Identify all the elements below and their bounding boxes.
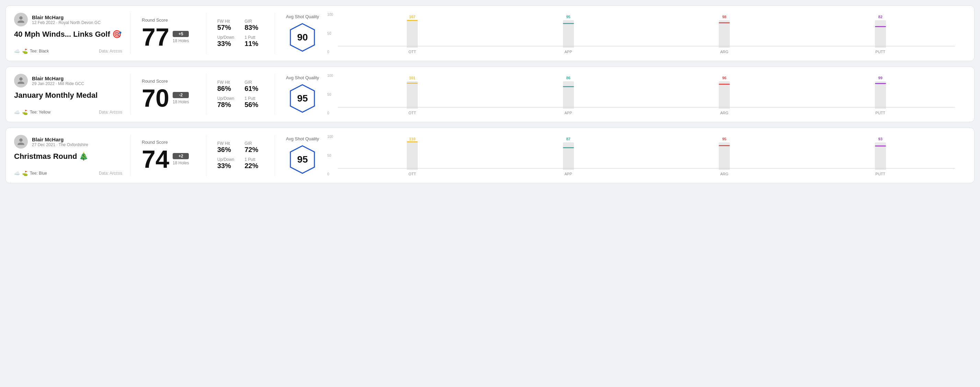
user-icon — [17, 76, 25, 85]
stats-section: FW Hit 36% GIR 72% Up/Down 33% 1 Putt 22… — [206, 135, 275, 176]
fw-hit-value: 86% — [217, 85, 237, 93]
tee-color: Tee: Black — [30, 49, 49, 54]
tee-row: ☁️ ⛳ Tee: Yellow Data: Arccos — [14, 105, 122, 115]
gir-value: 83% — [245, 24, 264, 32]
quality-label: Avg Shot Quality — [286, 14, 319, 19]
stats-grid: FW Hit 86% GIR 61% Up/Down 78% 1 Putt 56… — [217, 80, 264, 109]
bar-axis-label: PUTT — [875, 50, 885, 54]
bar-value-putt: 99 — [878, 76, 883, 80]
holes-label: 18 Holes — [173, 100, 189, 104]
bar-fill-bg — [719, 85, 730, 109]
left-section: Blair McHarg 27 Dec 2021 · The Oxfordshi… — [14, 135, 131, 176]
score-section: Round Score 77 +5 18 Holes — [131, 13, 206, 54]
hexagon-score: 95 — [297, 154, 308, 165]
one-putt-label: 1 Putt — [245, 96, 264, 101]
updown-stat: Up/Down 33% — [217, 35, 237, 48]
user-info: Blair McHarg 29 Jan 2022 · Mill Ride GCC — [14, 74, 122, 87]
stats-section: FW Hit 86% GIR 61% Up/Down 78% 1 Putt 56… — [206, 74, 275, 115]
score-section: Round Score 70 -2 18 Holes — [131, 74, 206, 115]
user-info: Blair McHarg 27 Dec 2021 · The Oxfordshi… — [14, 135, 122, 149]
holes-label: 18 Holes — [173, 160, 189, 165]
tee-color: Tee: Blue — [30, 171, 47, 176]
hexagon-container: 95 — [286, 144, 319, 175]
user-name: Blair McHarg — [32, 136, 88, 143]
fw-hit-stat: FW Hit 86% — [217, 80, 237, 93]
bar-value-ott: 101 — [409, 76, 415, 80]
tee-icon: ⛳ — [22, 171, 28, 176]
tee-color: Tee: Yellow — [30, 110, 51, 114]
chart-axis — [338, 168, 955, 168]
avatar — [14, 13, 28, 26]
bar-wrapper — [407, 20, 418, 48]
user-date: 29 Jan 2022 · Mill Ride GCC — [32, 81, 84, 86]
tee-row: ☁️ ⛳ Tee: Black Data: Arccos — [14, 44, 122, 54]
bar-fill-bg — [719, 146, 730, 170]
bar-wrapper — [719, 143, 730, 170]
user-icon — [17, 138, 25, 146]
bar-group-arg: 98 ARG — [650, 15, 799, 54]
score-badge: +5 — [173, 31, 189, 37]
bar-marker — [719, 22, 730, 23]
fw-hit-label: FW Hit — [217, 80, 237, 85]
bar-value-arg: 96 — [722, 76, 726, 80]
bar-fill-bg — [719, 23, 730, 48]
data-source: Data: Arccos — [99, 49, 122, 54]
round-score-label: Round Score — [142, 140, 195, 145]
bar-fill-bg — [407, 143, 418, 170]
round-score-label: Round Score — [142, 17, 195, 23]
updown-stat: Up/Down 78% — [217, 96, 237, 109]
fw-hit-value: 36% — [217, 146, 237, 154]
bar-axis-label: OTT — [409, 50, 416, 54]
bar-wrapper — [875, 143, 886, 170]
hexagon: 95 — [287, 83, 318, 114]
fw-hit-stat: FW Hit 57% — [217, 19, 237, 32]
quality-section: Avg Shot Quality 95 100 50 0 101 — [275, 74, 966, 115]
bar-axis-label: ARG — [720, 172, 729, 176]
score-number: 70 — [142, 86, 169, 111]
bar-value-arg: 95 — [722, 137, 726, 141]
avatar — [14, 74, 28, 87]
bar-group-app: 95 APP — [493, 15, 643, 54]
score-badge: +2 — [173, 153, 189, 159]
one-putt-stat: 1 Putt 56% — [245, 96, 264, 109]
user-name: Blair McHarg — [32, 76, 84, 81]
bar-wrapper — [407, 81, 418, 109]
round-card-1: Blair McHarg 12 Feb 2022 · Royal North D… — [5, 5, 975, 61]
tee-info: ☁️ ⛳ Tee: Black — [14, 48, 49, 54]
bar-wrapper — [407, 143, 418, 170]
bar-value-putt: 82 — [878, 15, 883, 19]
bar-value-app: 95 — [566, 15, 570, 19]
user-info: Blair McHarg 12 Feb 2022 · Royal North D… — [14, 13, 122, 26]
bar-wrapper — [875, 81, 886, 109]
bar-value-arg: 98 — [722, 15, 726, 19]
fw-hit-label: FW Hit — [217, 19, 237, 24]
user-date: 12 Feb 2022 · Royal North Devon GC — [32, 20, 100, 25]
stats-grid: FW Hit 57% GIR 83% Up/Down 33% 1 Putt 11… — [217, 19, 264, 48]
one-putt-value: 56% — [245, 101, 264, 109]
bar-marker — [407, 20, 418, 21]
gir-stat: GIR 61% — [245, 80, 264, 93]
one-putt-stat: 1 Putt 22% — [245, 157, 264, 170]
hexagon: 95 — [287, 144, 318, 175]
quality-section: Avg Shot Quality 95 100 50 0 110 — [275, 135, 966, 176]
bar-axis-label: PUTT — [875, 111, 885, 115]
score-badge: -2 — [173, 92, 189, 98]
bar-group-ott: 110 OTT — [338, 137, 487, 176]
bar-axis-label: ARG — [720, 50, 729, 54]
score-number: 77 — [142, 25, 169, 49]
left-section: Blair McHarg 12 Feb 2022 · Royal North D… — [14, 13, 131, 54]
bar-wrapper — [563, 20, 574, 48]
updown-stat: Up/Down 33% — [217, 157, 237, 170]
hexagon-container: 95 — [286, 83, 319, 114]
score-details: +2 18 Holes — [173, 153, 189, 165]
score-number: 74 — [142, 147, 169, 171]
bar-marker — [407, 82, 418, 84]
updown-value: 33% — [217, 162, 237, 170]
left-section: Blair McHarg 29 Jan 2022 · Mill Ride GCC… — [14, 74, 131, 115]
round-score-label: Round Score — [142, 79, 195, 84]
one-putt-value: 11% — [245, 40, 264, 48]
round-card-3: Blair McHarg 27 Dec 2021 · The Oxfordshi… — [5, 128, 975, 183]
gir-label: GIR — [245, 80, 264, 85]
tee-icon: ⛳ — [22, 48, 28, 54]
gir-label: GIR — [245, 141, 264, 146]
